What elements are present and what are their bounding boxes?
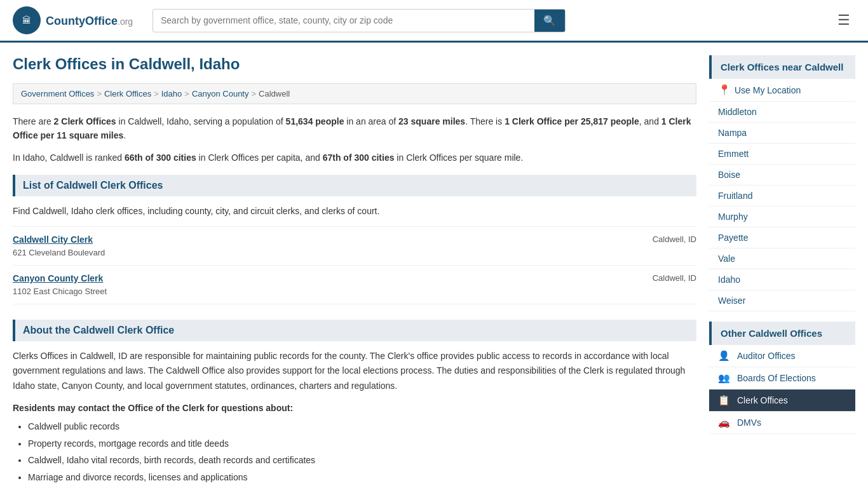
other-item-elections[interactable]: 👥 Boards Of Elections [709,367,855,390]
list-item: Idaho [709,269,855,290]
breadcrumb-canyon-county[interactable]: Canyon County [192,89,249,98]
intro-paragraph-1: There are 2 Clerk Offices in Caldwell, I… [13,114,696,143]
list-item: Property records, mortgage records and t… [28,435,696,452]
list-item: Middleton [709,102,855,123]
page-title: Clerk Offices in Caldwell, Idaho [13,55,696,73]
list-item: Nampa [709,123,855,144]
search-bar: 🔍 [153,9,566,32]
sidebar-link-nampa[interactable]: Nampa [709,123,855,143]
list-item: Weiser [709,290,855,311]
other-link-auditor[interactable]: Auditor Offices [737,351,796,361]
office-list: Caldwell City Clerk 621 Cleveland Boulev… [13,226,696,304]
list-description: Find Caldwell, Idaho clerk offices, incl… [13,204,696,218]
table-row: Caldwell City Clerk 621 Cleveland Boulev… [13,226,696,266]
office-city-city-clerk: Caldwell, ID [653,234,696,244]
menu-button[interactable]: ☰ [832,10,855,31]
location-pin-icon: 📍 [718,84,731,96]
other-item-auditor[interactable]: 👤 Auditor Offices [709,345,855,367]
nearby-links-list: Middleton Nampa Emmett Boise Fruitland M… [709,102,855,311]
other-link-dmv[interactable]: DMVs [737,417,761,428]
list-item: Caldwell public records [28,418,696,435]
sidebar-link-middleton[interactable]: Middleton [709,102,855,122]
hamburger-icon: ☰ [837,12,850,28]
list-item: Payette [709,227,855,248]
sidebar-link-boise[interactable]: Boise [709,165,855,185]
about-section-header: About the Caldwell Clerk Office [13,320,696,341]
car-icon: 🚗 [718,417,731,428]
list-item: Emmett [709,144,855,165]
other-item-dmv[interactable]: 🚗 DMVs [709,412,855,434]
other-item-clerk[interactable]: 📋 Clerk Offices [709,390,855,412]
about-description: Clerks Offices in Caldwell, ID are respo… [13,349,696,394]
sidebar-link-idaho[interactable]: Idaho [709,269,855,290]
list-item: Boise [709,165,855,186]
sidebar-link-emmett[interactable]: Emmett [709,144,855,164]
sidebar-link-vale[interactable]: Vale [709,248,855,269]
sidebar-link-murphy[interactable]: Murphy [709,207,855,227]
logo-text: CountyOffice.org [46,13,133,28]
list-section-header: List of Caldwell Clerk Offices [13,175,696,196]
site-header: 🏛 CountyOffice.org 🔍 ☰ [0,0,868,43]
list-item: Vale [709,248,855,269]
office-name-county-clerk[interactable]: Canyon County Clerk [13,273,653,283]
other-link-clerk[interactable]: Clerk Offices [737,395,788,405]
logo-link[interactable]: 🏛 CountyOffice.org [13,6,140,34]
sidebar: Clerk Offices near Caldwell 📍 Use My Loc… [709,55,855,485]
clipboard-icon: 📋 [718,395,731,406]
list-item: Fruitland [709,186,855,207]
sidebar-link-weiser[interactable]: Weiser [709,290,855,311]
breadcrumb-caldwell: Caldwell [259,89,290,98]
other-section: Other Caldwell Offices 👤 Auditor Offices… [709,322,855,434]
breadcrumb-clerk-offices[interactable]: Clerk Offices [104,89,151,98]
search-input[interactable] [153,10,534,30]
main-container: Clerk Offices in Caldwell, Idaho Governm… [0,43,868,488]
table-row: Canyon County Clerk 1102 East Chicago St… [13,266,696,304]
person-icon: 👤 [718,350,731,362]
other-section-title: Other Caldwell Offices [709,322,855,345]
search-button[interactable]: 🔍 [534,10,565,32]
office-address-city-clerk: 621 Cleveland Boulevard [13,248,105,257]
main-content: Clerk Offices in Caldwell, Idaho Governm… [13,55,696,485]
breadcrumb-gov-offices[interactable]: Government Offices [21,89,94,98]
office-city-county-clerk: Caldwell, ID [653,273,696,283]
use-location-label: Use My Location [735,85,801,95]
nearby-section-title: Clerk Offices near Caldwell [709,55,855,79]
breadcrumb: Government Offices > Clerk Offices > Ida… [13,83,696,104]
breadcrumb-idaho[interactable]: Idaho [161,89,182,98]
contact-heading: Residents may contact the Office of the … [13,403,696,413]
office-name-city-clerk[interactable]: Caldwell City Clerk [13,234,653,245]
sidebar-link-fruitland[interactable]: Fruitland [709,186,855,206]
list-item: Marriage and divorce records, licenses a… [28,469,696,486]
use-location-link[interactable]: 📍 Use My Location [709,79,855,102]
contact-list: Caldwell public records Property records… [13,418,696,485]
people-icon: 👥 [718,372,731,384]
list-item: Caldwell, Idaho vital records, birth rec… [28,452,696,469]
list-item: Murphy [709,207,855,227]
svg-text:🏛: 🏛 [22,15,31,25]
other-link-elections[interactable]: Boards Of Elections [737,373,816,383]
intro-paragraph-2: In Idaho, Caldwell is ranked 66th of 300… [13,151,696,165]
office-address-county-clerk: 1102 East Chicago Street [13,287,107,296]
sidebar-link-payette[interactable]: Payette [709,227,855,248]
logo-icon: 🏛 [13,6,41,34]
search-icon: 🔍 [543,15,556,26]
